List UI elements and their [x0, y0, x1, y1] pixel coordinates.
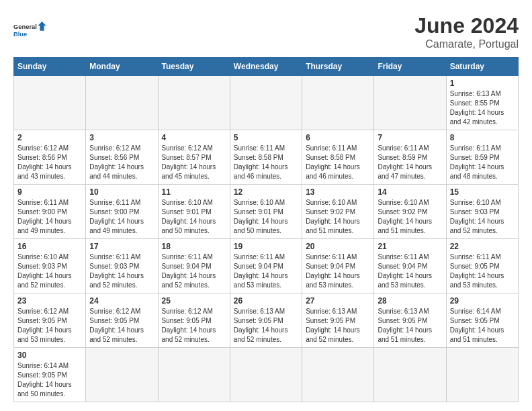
calendar-cell: 12Sunrise: 6:10 AM Sunset: 9:01 PM Dayli…: [230, 185, 302, 239]
day-info: Sunrise: 6:14 AM Sunset: 9:05 PM Dayligh…: [17, 361, 82, 399]
calendar-cell: 18Sunrise: 6:11 AM Sunset: 9:04 PM Dayli…: [158, 239, 230, 293]
calendar-cell: 28Sunrise: 6:13 AM Sunset: 9:05 PM Dayli…: [374, 293, 446, 348]
day-info: Sunrise: 6:11 AM Sunset: 9:00 PM Dayligh…: [17, 198, 82, 236]
calendar-cell: [86, 348, 158, 402]
day-number: 28: [378, 296, 442, 306]
day-number: 1: [450, 79, 515, 88]
day-info: Sunrise: 6:11 AM Sunset: 9:04 PM Dayligh…: [306, 253, 370, 290]
weekday-header-tuesday: Tuesday: [158, 58, 230, 76]
day-info: Sunrise: 6:11 AM Sunset: 8:58 PM Dayligh…: [306, 144, 370, 181]
weekday-header-row: SundayMondayTuesdayWednesdayThursdayFrid…: [14, 58, 519, 76]
day-info: Sunrise: 6:11 AM Sunset: 9:00 PM Dayligh…: [89, 198, 154, 236]
day-number: 25: [162, 296, 226, 306]
day-number: 29: [450, 296, 515, 306]
weekday-header-wednesday: Wednesday: [230, 58, 302, 76]
day-info: Sunrise: 6:11 AM Sunset: 9:04 PM Dayligh…: [378, 253, 442, 290]
logo: General Blue: [13, 13, 47, 47]
weekday-header-sunday: Sunday: [14, 58, 86, 76]
day-info: Sunrise: 6:10 AM Sunset: 9:03 PM Dayligh…: [17, 253, 82, 290]
day-number: 6: [306, 133, 370, 142]
day-number: 15: [450, 187, 515, 197]
day-number: 13: [306, 187, 370, 197]
calendar-cell: [302, 348, 374, 402]
calendar-cell: 9Sunrise: 6:11 AM Sunset: 9:00 PM Daylig…: [14, 185, 86, 239]
calendar-cell: 4Sunrise: 6:12 AM Sunset: 8:57 PM Daylig…: [158, 130, 230, 185]
calendar-cell: [230, 76, 302, 130]
day-info: Sunrise: 6:11 AM Sunset: 9:04 PM Dayligh…: [234, 253, 298, 290]
calendar-cell: 13Sunrise: 6:10 AM Sunset: 9:02 PM Dayli…: [302, 185, 374, 239]
location-title: Camarate, Portugal: [414, 38, 519, 50]
calendar-cell: 2Sunrise: 6:12 AM Sunset: 8:56 PM Daylig…: [14, 130, 86, 185]
day-number: 3: [89, 133, 154, 142]
day-info: Sunrise: 6:12 AM Sunset: 9:05 PM Dayligh…: [89, 307, 154, 345]
calendar-cell: [230, 348, 302, 402]
calendar-cell: 26Sunrise: 6:13 AM Sunset: 9:05 PM Dayli…: [230, 293, 302, 348]
week-row-2: 2Sunrise: 6:12 AM Sunset: 8:56 PM Daylig…: [14, 130, 519, 185]
day-number: 8: [450, 133, 515, 142]
calendar-cell: [374, 76, 446, 130]
calendar-cell: [446, 348, 518, 402]
day-number: 5: [234, 133, 298, 142]
day-number: 2: [17, 133, 82, 142]
calendar-cell: 17Sunrise: 6:11 AM Sunset: 9:03 PM Dayli…: [86, 239, 158, 293]
day-info: Sunrise: 6:10 AM Sunset: 9:03 PM Dayligh…: [450, 198, 515, 236]
day-info: Sunrise: 6:11 AM Sunset: 9:05 PM Dayligh…: [450, 253, 515, 290]
calendar-cell: 24Sunrise: 6:12 AM Sunset: 9:05 PM Dayli…: [86, 293, 158, 348]
calendar-cell: [86, 76, 158, 130]
day-info: Sunrise: 6:12 AM Sunset: 9:05 PM Dayligh…: [162, 307, 226, 345]
day-number: 30: [17, 351, 82, 360]
calendar-cell: 23Sunrise: 6:12 AM Sunset: 9:05 PM Dayli…: [14, 293, 86, 348]
day-number: 16: [17, 242, 82, 251]
day-number: 10: [89, 187, 154, 197]
day-number: 20: [306, 242, 370, 251]
calendar-cell: 25Sunrise: 6:12 AM Sunset: 9:05 PM Dayli…: [158, 293, 230, 348]
calendar-cell: [158, 348, 230, 402]
day-number: 11: [162, 187, 226, 197]
calendar-cell: 3Sunrise: 6:12 AM Sunset: 8:56 PM Daylig…: [86, 130, 158, 185]
svg-marker-2: [38, 21, 46, 31]
day-info: Sunrise: 6:11 AM Sunset: 8:58 PM Dayligh…: [234, 144, 298, 181]
svg-text:Blue: Blue: [13, 31, 27, 38]
calendar-cell: 20Sunrise: 6:11 AM Sunset: 9:04 PM Dayli…: [302, 239, 374, 293]
day-number: 7: [378, 133, 442, 142]
day-info: Sunrise: 6:10 AM Sunset: 9:02 PM Dayligh…: [378, 198, 442, 236]
day-number: 19: [234, 242, 298, 251]
weekday-header-thursday: Thursday: [302, 58, 374, 76]
day-number: 12: [234, 187, 298, 197]
calendar-cell: 16Sunrise: 6:10 AM Sunset: 9:03 PM Dayli…: [14, 239, 86, 293]
calendar-table: SundayMondayTuesdayWednesdayThursdayFrid…: [13, 57, 519, 402]
day-info: Sunrise: 6:11 AM Sunset: 8:59 PM Dayligh…: [378, 144, 442, 181]
calendar-cell: 27Sunrise: 6:13 AM Sunset: 9:05 PM Dayli…: [302, 293, 374, 348]
weekday-header-monday: Monday: [86, 58, 158, 76]
day-info: Sunrise: 6:12 AM Sunset: 8:56 PM Dayligh…: [17, 144, 82, 181]
day-number: 22: [450, 242, 515, 251]
calendar-cell: 19Sunrise: 6:11 AM Sunset: 9:04 PM Dayli…: [230, 239, 302, 293]
day-info: Sunrise: 6:10 AM Sunset: 9:01 PM Dayligh…: [162, 198, 226, 236]
calendar-cell: 29Sunrise: 6:14 AM Sunset: 9:05 PM Dayli…: [446, 293, 518, 348]
day-number: 18: [162, 242, 226, 251]
calendar-cell: 21Sunrise: 6:11 AM Sunset: 9:04 PM Dayli…: [374, 239, 446, 293]
page-header: General Blue June 2024 Camarate, Portuga…: [13, 13, 519, 50]
day-info: Sunrise: 6:11 AM Sunset: 8:59 PM Dayligh…: [450, 144, 515, 181]
day-info: Sunrise: 6:10 AM Sunset: 9:01 PM Dayligh…: [234, 198, 298, 236]
weekday-header-friday: Friday: [374, 58, 446, 76]
day-info: Sunrise: 6:12 AM Sunset: 8:57 PM Dayligh…: [162, 144, 226, 181]
calendar-cell: 8Sunrise: 6:11 AM Sunset: 8:59 PM Daylig…: [446, 130, 518, 185]
title-area: June 2024 Camarate, Portugal: [414, 13, 519, 50]
day-info: Sunrise: 6:13 AM Sunset: 9:05 PM Dayligh…: [378, 307, 442, 345]
calendar-cell: 22Sunrise: 6:11 AM Sunset: 9:05 PM Dayli…: [446, 239, 518, 293]
month-title: June 2024: [414, 13, 519, 38]
calendar-cell: 14Sunrise: 6:10 AM Sunset: 9:02 PM Dayli…: [374, 185, 446, 239]
day-info: Sunrise: 6:12 AM Sunset: 8:56 PM Dayligh…: [89, 144, 154, 181]
week-row-5: 23Sunrise: 6:12 AM Sunset: 9:05 PM Dayli…: [14, 293, 519, 348]
calendar-cell: 15Sunrise: 6:10 AM Sunset: 9:03 PM Dayli…: [446, 185, 518, 239]
day-number: 14: [378, 187, 442, 197]
day-info: Sunrise: 6:11 AM Sunset: 9:04 PM Dayligh…: [162, 253, 226, 290]
calendar-cell: [374, 348, 446, 402]
day-number: 24: [89, 296, 154, 306]
day-number: 4: [162, 133, 226, 142]
svg-text:General: General: [13, 24, 37, 30]
calendar-cell: 1Sunrise: 6:13 AM Sunset: 8:55 PM Daylig…: [446, 76, 518, 130]
day-info: Sunrise: 6:13 AM Sunset: 9:05 PM Dayligh…: [234, 307, 298, 345]
calendar-cell: 6Sunrise: 6:11 AM Sunset: 8:58 PM Daylig…: [302, 130, 374, 185]
